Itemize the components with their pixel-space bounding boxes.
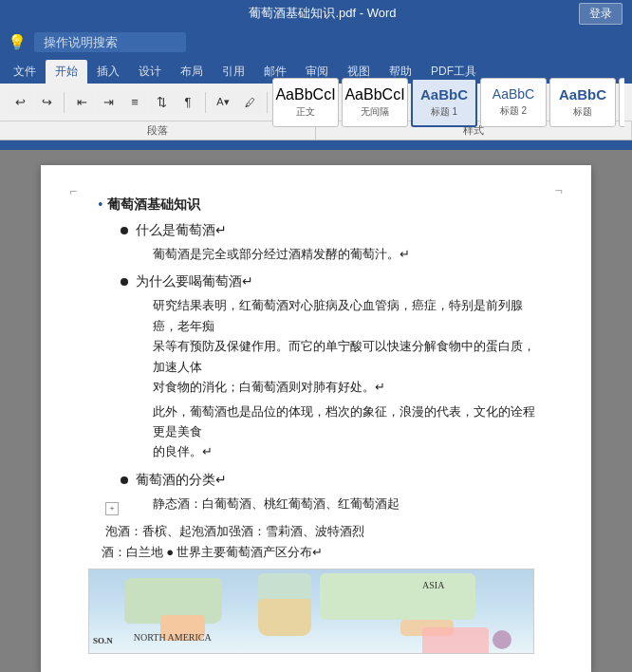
title-bar: 葡萄酒基础知识.pdf - Word 登录 xyxy=(0,0,632,27)
section-2-bullet xyxy=(121,278,128,286)
left-handle-icon[interactable]: + xyxy=(105,502,119,515)
section-2: 为什么要喝葡萄酒↵ 研究结果表明，红葡萄酒对心脏病及心血管病，癌症，特别是前列腺… xyxy=(98,271,544,461)
style-label-h2: 标题 2 xyxy=(500,104,527,118)
style-preview-h2: AaBbC xyxy=(493,86,534,103)
divider3 xyxy=(267,92,268,113)
section-1-title: 什么是葡萄酒↵ xyxy=(136,220,227,242)
section-3-title: 葡萄酒的分类↵ xyxy=(136,470,227,492)
search-input[interactable] xyxy=(34,32,186,52)
style-label-h1: 标题 1 xyxy=(431,105,457,119)
section-2-body-1: 研究结果表明，红葡萄酒对心脏病及心血管病，癌症，特别是前列腺癌，老年痴 呆等有预… xyxy=(121,295,544,397)
main-area: ⌐ ¬ • 葡萄酒基础知识 什么是葡萄酒↵ 葡萄酒是完全或部分经过酒精发酵的葡萄… xyxy=(0,150,632,672)
style-subtitle[interactable]: AaBbC 副标题 xyxy=(619,78,624,127)
tab-layout[interactable]: 布局 xyxy=(171,60,213,84)
section-3: 葡萄酒的分类↵ 静态酒：白葡萄酒、桃红葡萄酒、红葡萄酒起 xyxy=(98,470,544,513)
style-label-wujiange: 无间隔 xyxy=(361,105,389,119)
map-africa xyxy=(258,599,311,637)
document-main-title: 葡萄酒基础知识 xyxy=(107,194,200,216)
style-preview-wujiange: AaBbCcI xyxy=(344,85,404,103)
redo-button[interactable]: ↪ xyxy=(34,90,59,115)
highlight-button[interactable]: 🖊 xyxy=(237,90,262,115)
style-heading1[interactable]: AaBbC 标题 1 xyxy=(411,78,477,127)
margin-mark-tr: ¬ xyxy=(555,180,563,203)
map-image: SO.N NORTH AMERICA ASIA xyxy=(88,569,534,654)
window-title: 葡萄酒基础知识.pdf - Word xyxy=(66,5,579,22)
main-title-section: • 葡萄酒基础知识 xyxy=(98,194,544,216)
undo-button[interactable]: ↩ xyxy=(8,90,32,115)
tab-home[interactable]: 开始 xyxy=(46,60,87,84)
toolbar-icons: ↩ ↪ ⇤ ⇥ ≡ ⇅ ¶ A▾ 🖊 AaBbCcI 正文 AaBbCcI 无间… xyxy=(0,84,632,121)
font-color-button[interactable]: A▾ xyxy=(211,90,235,115)
indent-decrease-button[interactable]: ⇤ xyxy=(69,90,94,115)
section-3-header: 葡萄酒的分类↵ xyxy=(121,470,544,492)
section-3-body-1: 静态酒：白葡萄酒、桃红葡萄酒、红葡萄酒起 xyxy=(121,494,544,513)
style-preview-h: AaBbC xyxy=(559,86,606,103)
section-3-cont: 泡酒：香槟、起泡酒加强酒：雪莉酒、波特酒烈 xyxy=(98,521,544,541)
indent-increase-button[interactable]: ⇥ xyxy=(96,90,121,115)
search-icon: 💡 xyxy=(8,33,27,51)
map-asia-label: ASIA xyxy=(422,577,444,593)
tab-references[interactable]: 引用 xyxy=(213,60,254,84)
document-content: • 葡萄酒基础知识 什么是葡萄酒↵ 葡萄酒是完全或部分经过酒精发酵的葡萄汁。↵ … xyxy=(98,194,544,654)
map-son-label: SO.N xyxy=(93,634,113,648)
para-section: 段落 xyxy=(0,121,316,140)
section-2-header: 为什么要喝葡萄酒↵ xyxy=(121,271,544,293)
ribbon: 💡 文件 开始 插入 设计 布局 引用 邮件 审阅 视图 帮助 PDF工具 ↩ … xyxy=(0,27,632,150)
tab-design[interactable]: 设计 xyxy=(129,60,171,84)
style-zhengwen[interactable]: AaBbCcI 正文 xyxy=(272,78,339,127)
map-marker xyxy=(493,630,511,649)
list-bullets-button[interactable]: ≡ xyxy=(122,90,147,115)
section-1: 什么是葡萄酒↵ 葡萄酒是完全或部分经过酒精发酵的葡萄汁。↵ xyxy=(98,220,544,264)
style-label-h: 标题 xyxy=(573,105,592,119)
main-bullet-marker: • xyxy=(98,194,103,216)
document-page: ⌐ ¬ • 葡萄酒基础知识 什么是葡萄酒↵ 葡萄酒是完全或部分经过酒精发酵的葡萄… xyxy=(41,165,591,672)
map-highlight-region xyxy=(422,627,489,652)
search-row: 💡 xyxy=(0,27,632,57)
sort-button[interactable]: ⇅ xyxy=(149,90,174,115)
show-hide-button[interactable]: ¶ xyxy=(176,90,200,115)
style-preview-zhengwen: AaBbCcI xyxy=(275,85,335,103)
tab-insert[interactable]: 插入 xyxy=(87,60,129,84)
map-asia xyxy=(320,573,475,619)
style-preview-h1: AaBbC xyxy=(420,86,468,103)
section-1-body: 葡萄酒是完全或部分经过酒精发酵的葡萄汁。↵ xyxy=(121,244,544,264)
style-heading[interactable]: AaBbC 标题 xyxy=(549,78,616,127)
divider2 xyxy=(205,92,206,113)
section-1-bullet xyxy=(121,227,128,234)
style-label-zhengwen: 正文 xyxy=(296,105,315,119)
section-2-body-2: 此外，葡萄酒也是品位的体现，档次的象征，浪漫的代表，文化的诠程更是美食 的良伴。… xyxy=(121,401,544,462)
tab-file[interactable]: 文件 xyxy=(4,60,46,84)
section-1-header: 什么是葡萄酒↵ xyxy=(121,220,544,242)
margin-mark-tl: ⌐ xyxy=(69,180,77,203)
para-label: 段落 xyxy=(147,123,168,138)
style-wujiange[interactable]: AaBbCcI 无间隔 xyxy=(342,78,408,127)
last-line-text: 酒：白兰地 ● 世界主要葡萄酒产区分布↵ xyxy=(102,542,323,563)
section-2-title: 为什么要喝葡萄酒↵ xyxy=(136,271,253,293)
style-heading2[interactable]: AaBbC 标题 2 xyxy=(480,78,547,127)
map-north-america-label: NORTH AMERICA xyxy=(134,629,212,645)
section-3-bullet xyxy=(121,476,128,484)
divider xyxy=(64,92,65,113)
section-3-last-line: + 酒：白兰地 ● 世界主要葡萄酒产区分布↵ xyxy=(98,542,544,563)
login-button[interactable]: 登录 xyxy=(579,3,623,25)
